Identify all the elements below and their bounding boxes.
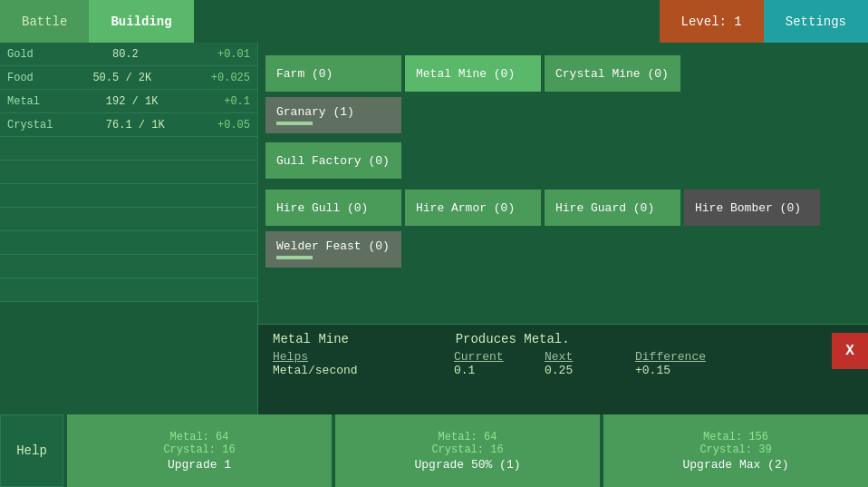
metal-label: Metal (7, 95, 40, 108)
resource-empty-2 (0, 161, 257, 184)
gull-factory-button[interactable]: Gull Factory (0) (265, 142, 401, 179)
upgrade-50-label: Upgrade 50% (1) (414, 458, 520, 472)
welder-feast-progress (276, 256, 313, 259)
upgrade-1-crystal: Crystal: 16 (163, 443, 235, 456)
upgrade-max-label: Upgrade Max (2) (682, 458, 788, 472)
upgrade-max-button[interactable]: Metal: 156 Crystal: 39 Upgrade Max (2) (603, 414, 868, 487)
building-row-2: Granary (1) (265, 97, 861, 133)
settings-button[interactable]: Settings (764, 0, 868, 43)
info-current-header: Current (454, 350, 545, 364)
close-button[interactable]: X (832, 333, 868, 369)
upgrade-50-crystal: Crystal: 16 (431, 443, 503, 456)
info-helps-header: Helps (273, 350, 454, 364)
upgrade-bar: Help Metal: 64 Crystal: 16 Upgrade 1 Met… (0, 414, 868, 487)
gold-row: Gold 80.2 +0.01 (0, 43, 257, 66)
resource-empty-3 (0, 184, 257, 208)
help-button[interactable]: Help (0, 414, 63, 487)
crystal-label: Crystal (7, 119, 53, 131)
building-row-1: Farm (0) Metal Mine (0) Crystal Mine (0) (265, 55, 861, 92)
granary-progress (276, 122, 313, 125)
granary-button[interactable]: Granary (1) (265, 97, 401, 133)
crystal-row: Crystal 76.1 / 1K +0.05 (0, 113, 257, 137)
hire-bomber-button[interactable]: Hire Bomber (0) (684, 190, 820, 226)
metal-row: Metal 192 / 1K +0.1 (0, 90, 257, 113)
resource-empty-5 (0, 231, 257, 255)
gold-label: Gold (7, 48, 34, 61)
level-display: Level: 1 (660, 0, 764, 43)
food-label: Food (7, 72, 34, 84)
metal-mine-button[interactable]: Metal Mine (0) (405, 55, 541, 92)
info-table: Helps Current Next Difference Metal/seco… (273, 350, 854, 377)
resource-empty-6 (0, 255, 257, 278)
info-next-header: Next (545, 350, 635, 364)
upgrade-1-button[interactable]: Metal: 64 Crystal: 16 Upgrade 1 (67, 414, 332, 487)
hire-armor-button[interactable]: Hire Armor (0) (405, 190, 541, 226)
info-title: Metal Mine Produces Metal. (273, 332, 854, 346)
info-row-difference: +0.15 (635, 364, 744, 377)
crystal-rate: +0.05 (217, 119, 250, 131)
info-row-next: 0.25 (545, 364, 635, 377)
farm-button[interactable]: Farm (0) (265, 55, 401, 92)
welder-feast-button[interactable]: Welder Feast (0) (265, 231, 401, 268)
resource-empty-7 (0, 278, 257, 302)
info-panel: Metal Mine Produces Metal. Helps Current… (258, 324, 868, 414)
crystal-mine-button[interactable]: Crystal Mine (0) (545, 55, 680, 92)
resource-empty-4 (0, 208, 257, 231)
metal-rate: +0.1 (224, 95, 250, 108)
info-difference-header: Difference (635, 350, 744, 364)
upgrade-max-crystal: Crystal: 39 (699, 443, 771, 456)
food-row: Food 50.5 / 2K +0.025 (0, 66, 257, 90)
food-value: 50.5 / 2K (92, 72, 151, 84)
upgrade-50-metal: Metal: 64 (439, 431, 497, 443)
top-bar: Battle Building Level: 1 Settings (0, 0, 868, 43)
tab-building[interactable]: Building (89, 0, 193, 43)
building-grid: Farm (0) Metal Mine (0) Crystal Mine (0)… (265, 50, 861, 268)
crystal-value: 76.1 / 1K (106, 119, 165, 131)
hire-gull-button[interactable]: Hire Gull (0) (265, 190, 401, 226)
upgrade-1-label: Upgrade 1 (168, 458, 231, 472)
resource-empty-1 (0, 137, 257, 161)
upgrade-1-metal: Metal: 64 (170, 431, 229, 443)
building-row-4: Hire Gull (0) Hire Armor (0) Hire Guard … (265, 190, 861, 226)
info-row-current: 0.1 (454, 364, 545, 377)
hire-guard-button[interactable]: Hire Guard (0) (545, 190, 680, 226)
upgrade-50-button[interactable]: Metal: 64 Crystal: 16 Upgrade 50% (1) (335, 414, 600, 487)
gold-rate: +0.01 (217, 48, 250, 61)
tab-battle[interactable]: Battle (0, 0, 89, 43)
building-row-3: Gull Factory (0) (265, 142, 861, 179)
info-row-label: Metal/second (273, 364, 454, 377)
gold-value: 80.2 (112, 48, 139, 61)
food-rate: +0.025 (211, 72, 250, 84)
upgrade-max-metal: Metal: 156 (703, 431, 768, 443)
metal-value: 192 / 1K (106, 95, 159, 108)
building-row-5: Welder Feast (0) (265, 231, 861, 268)
